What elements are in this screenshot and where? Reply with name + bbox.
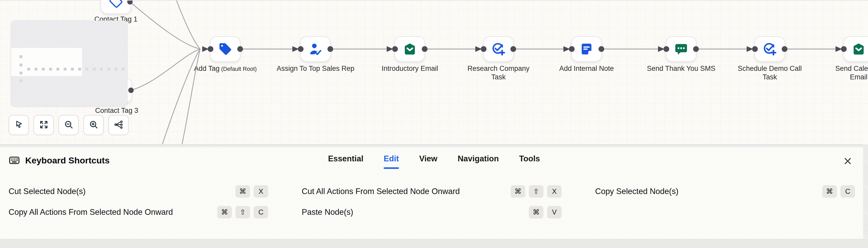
node-label-contact-tag-3: Contact Tag 3: [78, 106, 156, 115]
shortcut-label: Cut All Actions From Selected Node Onwar…: [302, 187, 460, 196]
minimap-node-dot: [86, 68, 88, 71]
keycap: C: [840, 185, 855, 198]
keycap: X: [254, 185, 268, 198]
panel-title-text: Keyboard Shortcuts: [25, 155, 110, 166]
auto-layout-button[interactable]: [108, 115, 129, 135]
tab-label: Navigation: [458, 154, 499, 164]
node-label-research-company-task: Research Company Task: [460, 64, 537, 81]
minimap-node-dot: [42, 68, 45, 71]
expand-icon: [39, 120, 49, 130]
keycap: V: [547, 206, 562, 218]
tab-label: Edit: [383, 154, 399, 164]
keycap: ⇧: [236, 206, 250, 218]
keycap: ⌘: [529, 206, 544, 218]
minimap-node-dot: [20, 72, 22, 74]
cursor-icon: [14, 120, 24, 130]
node-label-text: Introductory Email: [381, 65, 438, 72]
close-icon: [843, 157, 852, 166]
tab-active-indicator: [419, 167, 437, 169]
note-icon: [580, 42, 594, 56]
shortcut-cell: [595, 202, 855, 222]
keycap: ⌘: [217, 206, 232, 218]
select-tool-button[interactable]: [8, 115, 29, 135]
node-label-text: Add Tag: [194, 65, 220, 72]
minimap-node-dot: [115, 68, 118, 71]
shortcut-label: Copy Selected Node(s): [595, 187, 679, 196]
node-label-text: Contact Tag 3: [95, 107, 138, 114]
shortcut-label: Paste Node(s): [302, 208, 353, 217]
fit-view-button[interactable]: [33, 115, 54, 135]
tab-essential[interactable]: Essential: [328, 154, 363, 169]
keycap: ⌘: [511, 185, 525, 198]
node-research-company-task[interactable]: [483, 36, 514, 62]
zoom-in-icon: [89, 120, 98, 130]
shortcut-grid: Cut Selected Node(s)⌘XCut All Actions Fr…: [8, 181, 855, 222]
minimap-node-dot: [56, 68, 59, 71]
minimap-node-dot: [78, 68, 81, 71]
minimap-node-dot: [20, 64, 22, 66]
task-plus-icon: [491, 42, 505, 56]
node-add-tag[interactable]: [210, 36, 241, 62]
tab-navigation[interactable]: Navigation: [458, 154, 499, 169]
node-label-schedule-demo-call-task: Schedule Demo Call Task: [733, 64, 806, 81]
node-contact-tag-1[interactable]: [100, 0, 131, 14]
node-label-text: Send Thank You SMS: [647, 65, 715, 72]
tab-active-indicator: [519, 167, 540, 169]
minimap-node-dot: [64, 68, 66, 71]
zoom-out-button[interactable]: [59, 115, 79, 135]
node-add-internal-note[interactable]: [571, 36, 602, 62]
user-check-icon: [308, 42, 322, 56]
minimap-node-dot: [71, 68, 74, 71]
zoom-in-button[interactable]: [84, 115, 104, 135]
node-introductory-email[interactable]: [395, 36, 425, 62]
keycap: X: [547, 185, 562, 198]
node-label-text: Research Company Task: [467, 65, 530, 81]
shortcut-label: Cut Selected Node(s): [8, 187, 86, 196]
chat-dots-icon: [674, 42, 688, 56]
close-button[interactable]: [842, 156, 854, 167]
shortcut-keys: ⌘V: [529, 206, 562, 218]
tab-edit[interactable]: Edit: [383, 154, 399, 169]
node-label-send-calendar-email: Send Calendar Email: [834, 64, 868, 81]
node-label-send-thank-you-sms: Send Thank You SMS: [642, 64, 720, 73]
workflow-canvas[interactable]: Contact Tag 1Contact Tag 3Add Tag (Defau…: [0, 0, 868, 144]
task-plus-icon: [763, 42, 777, 56]
shortcut-keys: ⌘C: [822, 185, 855, 198]
tab-view[interactable]: View: [419, 154, 437, 169]
keyboard-shortcuts-panel: Keyboard Shortcuts EssentialEditViewNavi…: [0, 144, 868, 239]
node-assign-to-top-sales-rep[interactable]: [300, 36, 331, 62]
minimap-node-dot: [49, 68, 52, 71]
shortcut-keys: ⌘⇧C: [217, 206, 268, 218]
node-send-calendar-email[interactable]: [843, 36, 868, 62]
tab-active-indicator: [383, 167, 399, 169]
minimap[interactable]: [11, 21, 127, 106]
tab-label: Essential: [328, 154, 363, 164]
shortcut-tabs: EssentialEditViewNavigationTools: [328, 154, 540, 169]
shortcut-cell: Paste Node(s)⌘V: [302, 202, 562, 222]
shortcut-cell: Copy Selected Node(s)⌘C: [595, 181, 855, 202]
panel-top-shadow: [0, 144, 868, 148]
shortcut-cell: Copy All Actions From Selected Node Onwa…: [8, 202, 268, 222]
node-label-text: Assign To Top Sales Rep: [277, 65, 354, 72]
panel-title: Keyboard Shortcuts: [8, 154, 110, 166]
minimap-node-dot: [20, 55, 22, 58]
node-label-text: Send Calendar Email: [835, 65, 868, 81]
tab-label: View: [419, 154, 437, 164]
keycap: ⇧: [529, 185, 544, 198]
tag-icon: [218, 42, 232, 56]
mail-check-icon: [851, 42, 866, 56]
panel-scrollbar[interactable]: [863, 144, 868, 239]
minimap-node-dot: [35, 68, 37, 71]
node-schedule-demo-call-task[interactable]: [754, 36, 785, 62]
shortcut-cell: Cut All Actions From Selected Node Onwar…: [302, 181, 562, 202]
tree-icon: [114, 120, 123, 130]
tab-tools[interactable]: Tools: [519, 154, 540, 169]
keycap: ⌘: [236, 185, 250, 198]
node-sublabel-text: (Default Root): [220, 66, 257, 72]
node-label-text: Add Internal Note: [559, 65, 614, 72]
keycap: C: [254, 206, 268, 218]
shortcut-keys: ⌘X: [236, 185, 268, 198]
minimap-node-dot: [27, 68, 30, 71]
node-send-thank-you-sms[interactable]: [666, 36, 696, 62]
tab-active-indicator: [328, 167, 363, 169]
